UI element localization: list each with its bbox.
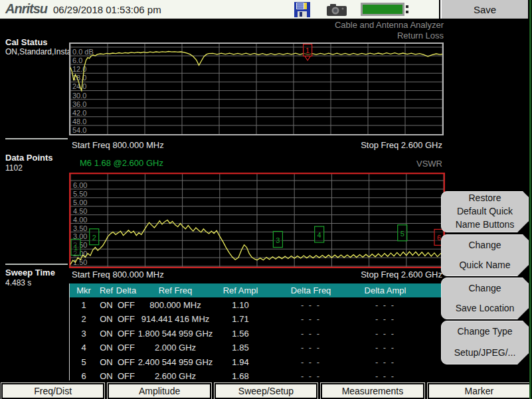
table-cell-delta_ampl: - - - (375, 329, 395, 339)
y-axis-tick-label: 48.0 (72, 118, 86, 125)
table-cell-ref_ampl: 1.56 (232, 329, 248, 339)
data-points-value: 1102 (5, 163, 69, 173)
side-button-label: Setup/JPEG/... (454, 348, 516, 358)
battery-icon (361, 3, 410, 16)
table-cell-delta_freq: - - - (301, 314, 321, 324)
table-header-ref: Ref (100, 285, 113, 295)
table-cell-ref_ampl: 1.10 (232, 300, 248, 310)
side-button-change-type-setup-jpeg-[interactable]: Change TypeSetup/JPEG/... (441, 321, 529, 364)
side-button-change-save-location[interactable]: ChangeSave Location (441, 278, 529, 319)
side-button-label: Change Type (457, 327, 512, 337)
table-header-delta_ampl: Delta Ampl (365, 285, 406, 295)
freq-range-row: Start Freq 800.000 MHz Stop Freq 2.600 G… (72, 270, 442, 279)
side-button-restore-default-quick-name-buttons[interactable]: RestoreDefault QuickName Buttons (441, 191, 529, 232)
svg-text:3: 3 (276, 236, 280, 244)
analyzer-screen: Anritsu 06/29/2018 01:53:06 pm (0, 0, 532, 399)
side-button-label: Name Buttons (456, 220, 515, 230)
table-cell-ref: ON (100, 329, 113, 339)
table-cell-delta: OFF (118, 371, 135, 381)
measurement-title: Return Loss (72, 31, 444, 40)
table-cell-delta_freq: - - - (301, 329, 321, 339)
y-axis-tick-label: 5.00 (73, 199, 87, 206)
anritsu-logo: Anritsu (5, 1, 47, 17)
table-cell-delta_freq: - - - (301, 300, 321, 310)
menu-button-amplitude[interactable]: Amplitude (108, 383, 211, 399)
y-axis-tick-label: 30.0 (72, 92, 86, 100)
table-header-ref_freq: Ref Freq (159, 285, 193, 295)
chart-marker-4: 4 (315, 226, 324, 242)
y-axis-tick-label: 0.0 dB (72, 48, 94, 56)
side-button-label: Quick Name (459, 260, 510, 270)
sweep-time-label: Sweep Time (5, 268, 55, 278)
camera-icon[interactable] (327, 4, 347, 16)
table-cell-ref_ampl: 1.85 (232, 343, 248, 353)
menu-button-measurements[interactable]: Measurements (321, 383, 424, 399)
top-status-bar: Anritsu 06/29/2018 01:53:06 pm (0, 0, 439, 20)
y-axis-tick-label: 36.0 (72, 100, 86, 108)
table-header-mkr: Mkr (76, 285, 91, 295)
data-points-label: Data Points (5, 153, 53, 163)
table-cell-ref: ON (100, 314, 113, 324)
table-cell-delta_ampl: - - - (375, 300, 395, 310)
table-cell-mkr: 6 (81, 371, 86, 381)
table-cell-ref: ON (100, 357, 113, 367)
svg-text:1: 1 (74, 244, 78, 252)
freq-range-row: Start Freq 800.000 MHz Stop Freq 2.600 G… (72, 140, 442, 150)
table-cell-delta: OFF (118, 314, 135, 324)
chart-marker-1: 1 (304, 44, 312, 61)
menu-button-marker[interactable]: Marker (428, 383, 531, 399)
table-cell-mkr: 5 (81, 357, 86, 367)
y-axis-tick-label: 6.0 (72, 56, 82, 64)
menu-button-sweep-setup[interactable]: Sweep/Setup (215, 383, 317, 399)
chart-marker-3: 3 (273, 232, 282, 248)
table-cell-ref: ON (100, 343, 113, 353)
side-button-label: Change (468, 240, 501, 250)
y-axis-tick-label: 54.0 (72, 126, 86, 134)
table-header-ref_ampl: Ref Ampl (223, 285, 258, 295)
table-cell-delta: OFF (118, 343, 135, 353)
start-freq-label: Start Freq 800.000 MHz (72, 140, 164, 150)
table-cell-ref_freq: 800.000 MHz (149, 300, 201, 310)
y-axis-tick-label: 4.50 (73, 207, 87, 215)
screen-edge (529, 0, 531, 399)
table-cell-ref_ampl: 1.71 (232, 314, 248, 324)
table-cell-delta_ampl: - - - (375, 343, 395, 353)
table-cell-mkr: 2 (81, 314, 86, 324)
table-cell-ref_freq: 2.000 GHz (155, 343, 196, 353)
svg-text:5: 5 (400, 230, 404, 238)
side-button-label: Restore (468, 193, 501, 203)
save-button[interactable]: Save (440, 0, 528, 19)
table-cell-delta_ampl: - - - (375, 357, 395, 367)
y-axis-tick-label: 3.50 (73, 224, 87, 232)
datetime-display: 06/29/2018 01:53:06 pm (53, 4, 161, 15)
sidebar-divider (5, 138, 68, 139)
table-cell-ref_freq: 2.600 GHz (155, 371, 196, 381)
cal-status-value: ON,Standard,Insta (5, 47, 69, 56)
y-axis-tick-label: 1.00 (73, 267, 87, 268)
stop-freq-label: Stop Freq 2.600 GHz (361, 140, 442, 150)
table-header-delta_freq: Delta Freq (291, 285, 331, 295)
sweep-time-value: 4.483 s (5, 278, 69, 287)
floppy-disk-icon[interactable] (294, 2, 310, 17)
svg-text:1: 1 (306, 46, 310, 54)
cal-status-label: Cal Status (5, 37, 48, 47)
table-cell-delta: OFF (118, 300, 135, 310)
table-header-delta: Delta (116, 285, 136, 295)
table-cell-delta_freq: - - - (301, 371, 321, 381)
table-cell-delta_ampl: - - - (375, 371, 395, 381)
vswr-chart[interactable]: 6.005.505.004.504.003.503.002.502.001.50… (69, 173, 445, 268)
bottom-menu-bar: Freq/DistAmplitudeSweep/SetupMeasurement… (0, 382, 532, 399)
menu-button-freq-dist[interactable]: Freq/Dist (1, 383, 104, 399)
table-cell-delta_ampl: - - - (375, 314, 395, 324)
start-freq-label: Start Freq 800.000 MHz (72, 270, 164, 279)
table-cell-ref_ampl: 1.94 (232, 357, 248, 367)
return-loss-chart[interactable]: 0.0 dB6.012.018.024.030.036.042.048.054.… (69, 42, 444, 135)
marker-table-header: MkrRefDeltaRef FreqRef AmplDelta FreqDel… (70, 283, 442, 297)
table-cell-ref_freq: 914.441 416 MHz (141, 314, 210, 324)
side-button-change-quick-name[interactable]: ChangeQuick Name (441, 234, 529, 276)
svg-text:6: 6 (437, 234, 441, 242)
y-axis-tick-label: 5.50 (73, 190, 87, 198)
table-cell-ref: ON (100, 300, 113, 310)
table-cell-delta_freq: - - - (301, 343, 321, 353)
chart-marker-5: 5 (398, 225, 407, 241)
